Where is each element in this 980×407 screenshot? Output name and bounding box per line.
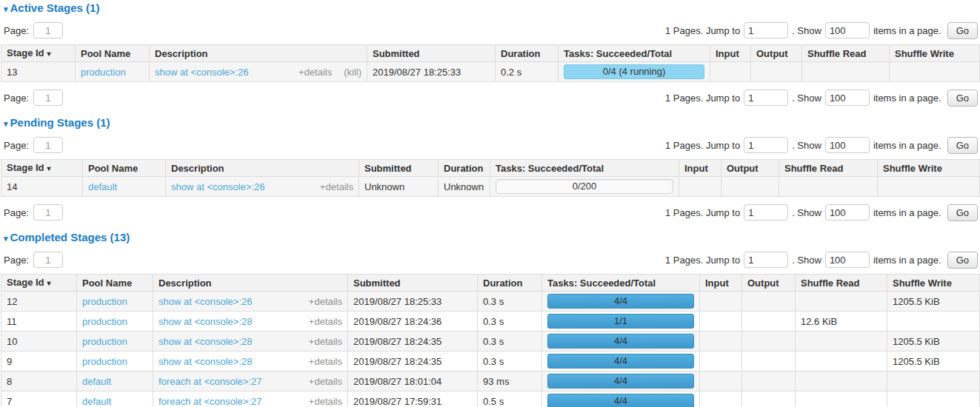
cell-shuffle-read	[779, 177, 878, 197]
column-header-pool-name[interactable]: Pool Name	[77, 275, 153, 292]
cell-input	[700, 292, 742, 312]
details-toggle[interactable]: +details	[320, 181, 353, 192]
show-items-input[interactable]	[825, 252, 870, 268]
column-header-input[interactable]: Input	[679, 160, 721, 177]
column-header-description[interactable]: Description	[150, 45, 367, 62]
cell-input	[700, 332, 742, 352]
table-row: 13productionshow at <console>:26+details…	[1, 62, 980, 82]
description-link[interactable]: show at <console>:28	[159, 316, 252, 327]
column-header-shuffle-read[interactable]: Shuffle Read	[796, 275, 887, 292]
column-header-duration[interactable]: Duration	[478, 275, 542, 292]
column-header-output[interactable]: Output	[751, 45, 802, 62]
cell-submitted: 2019/08/27 18:25:33	[367, 62, 496, 82]
column-header-description[interactable]: Description	[166, 160, 359, 177]
column-header-duration[interactable]: Duration	[496, 45, 559, 62]
details-toggle[interactable]: +details	[299, 67, 332, 78]
pool-name-link[interactable]: production	[82, 316, 127, 327]
page-number-input[interactable]	[33, 137, 63, 153]
show-items-input[interactable]	[825, 22, 870, 38]
column-header-stage-id[interactable]: Stage Id▾	[1, 275, 77, 292]
description-link[interactable]: show at <console>:26	[171, 181, 264, 192]
section-title: Pending Stages (1)	[10, 116, 110, 129]
jump-to-page-input[interactable]	[744, 90, 788, 106]
go-button[interactable]: Go	[947, 204, 978, 221]
description-link[interactable]: show at <console>:26	[159, 296, 252, 307]
go-button[interactable]: Go	[947, 22, 978, 39]
column-header-shuffle-write[interactable]: Shuffle Write	[878, 160, 980, 177]
column-header-stage-id[interactable]: Stage Id▾	[1, 160, 83, 177]
description-actions: +details	[309, 296, 342, 307]
show-items-input[interactable]	[825, 204, 870, 221]
column-header-submitted[interactable]: Submitted	[367, 45, 496, 62]
column-header-stage-id[interactable]: Stage Id▾	[1, 45, 76, 62]
column-header-tasks[interactable]: Tasks: Succeeded/Total	[490, 160, 679, 177]
jump-to-page-input[interactable]	[744, 137, 788, 153]
column-header-label: Input	[716, 48, 739, 59]
completed-stages-heading[interactable]: ▾Completed Stages (13)	[4, 232, 980, 244]
cell-pool-name: production	[77, 352, 153, 371]
cell-pool-name: production	[77, 312, 153, 332]
cell-shuffle-read	[796, 391, 887, 407]
pool-name-link[interactable]: production	[82, 356, 127, 367]
cell-submitted: Unknown	[359, 177, 439, 197]
kill-link[interactable]: (kill)	[344, 67, 361, 78]
description-actions: +details	[309, 336, 342, 347]
page-number-input[interactable]	[33, 22, 63, 38]
details-toggle[interactable]: +details	[309, 336, 342, 347]
cell-output	[742, 371, 796, 391]
active-stages-heading[interactable]: ▾Active Stages (1)	[4, 2, 980, 15]
description-link[interactable]: show at <console>:28	[159, 356, 252, 367]
details-toggle[interactable]: +details	[309, 376, 342, 387]
pool-name-link[interactable]: default	[88, 181, 117, 192]
pool-name-link[interactable]: default	[82, 376, 111, 387]
column-header-input[interactable]: Input	[710, 45, 751, 62]
description-link[interactable]: foreach at <console>:27	[159, 376, 262, 387]
go-button[interactable]: Go	[947, 137, 978, 154]
column-header-shuffle-read[interactable]: Shuffle Read	[779, 160, 878, 177]
cell-output	[742, 352, 796, 371]
go-button[interactable]: Go	[947, 90, 978, 107]
cell-duration: Unknown	[439, 177, 490, 197]
details-toggle[interactable]: +details	[309, 316, 342, 327]
column-header-input[interactable]: Input	[700, 275, 742, 292]
column-header-submitted[interactable]: Submitted	[359, 160, 439, 177]
show-items-input[interactable]	[825, 90, 870, 106]
page-number-input[interactable]	[33, 252, 63, 268]
pending-stages-heading[interactable]: ▾Pending Stages (1)	[4, 117, 980, 130]
column-header-pool-name[interactable]: Pool Name	[83, 160, 166, 177]
column-header-shuffle-read[interactable]: Shuffle Read	[802, 45, 890, 62]
description-link[interactable]: foreach at <console>:27	[159, 396, 262, 407]
description-content: show at <console>:28+details	[159, 356, 342, 367]
column-header-tasks[interactable]: Tasks: Succeeded/Total	[542, 275, 700, 292]
go-button[interactable]: Go	[947, 252, 978, 269]
column-header-description[interactable]: Description	[153, 275, 348, 292]
column-header-output[interactable]: Output	[742, 275, 796, 292]
column-header-shuffle-write[interactable]: Shuffle Write	[890, 45, 980, 62]
pool-name-link[interactable]: production	[81, 67, 126, 78]
column-header-label: Pool Name	[88, 163, 138, 174]
column-header-output[interactable]: Output	[721, 160, 779, 177]
description-link[interactable]: show at <console>:28	[159, 336, 252, 347]
pool-name-link[interactable]: production	[82, 336, 127, 347]
page-number-input[interactable]	[33, 90, 63, 106]
jump-to-page-input[interactable]	[744, 252, 788, 268]
section-active-stages: ▾Active Stages (1) Page: 1 Pages. Jump t…	[0, 2, 980, 107]
details-toggle[interactable]: +details	[309, 296, 342, 307]
column-header-duration[interactable]: Duration	[439, 160, 490, 177]
jump-to-page-input[interactable]	[744, 204, 788, 221]
column-header-shuffle-write[interactable]: Shuffle Write	[887, 275, 980, 292]
details-toggle[interactable]: +details	[309, 396, 342, 407]
show-items-input[interactable]	[825, 137, 870, 153]
column-header-label: Output	[747, 278, 779, 289]
description-link[interactable]: show at <console>:26	[155, 67, 248, 78]
description-content: foreach at <console>:27+details	[159, 396, 342, 407]
cell-tasks: 0/4 (4 running)	[559, 62, 710, 82]
page-number-input[interactable]	[33, 204, 63, 221]
column-header-tasks[interactable]: Tasks: Succeeded/Total	[559, 45, 710, 62]
details-toggle[interactable]: +details	[309, 356, 342, 367]
pool-name-link[interactable]: default	[82, 396, 111, 407]
column-header-pool-name[interactable]: Pool Name	[76, 45, 150, 62]
jump-to-page-input[interactable]	[744, 22, 788, 38]
pool-name-link[interactable]: production	[82, 296, 127, 307]
column-header-submitted[interactable]: Submitted	[348, 275, 478, 292]
